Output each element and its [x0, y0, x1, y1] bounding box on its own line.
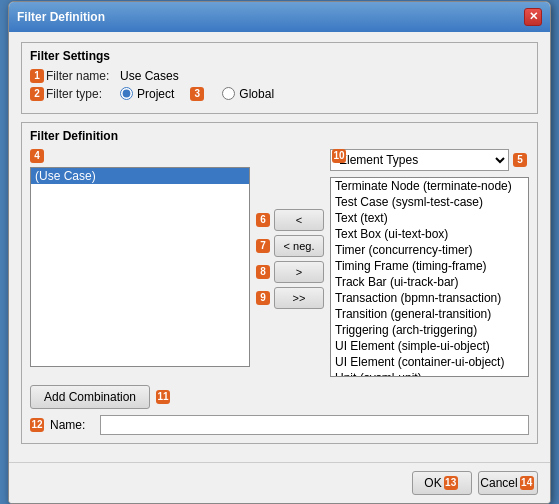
- right-double-button[interactable]: >>: [274, 287, 324, 309]
- left-list[interactable]: (Use Case): [30, 167, 250, 367]
- ok-button[interactable]: OK 13: [412, 471, 472, 495]
- window-title: Filter Definition: [17, 10, 105, 24]
- filter-name-row: 1 Filter name: Use Cases: [30, 69, 529, 83]
- left-list-container: 4 (Use Case): [30, 149, 250, 367]
- main-content: Filter Settings 1 Filter name: Use Cases…: [9, 32, 550, 462]
- badge-9: 9: [256, 291, 270, 305]
- right-single-button[interactable]: >: [274, 261, 324, 283]
- right-list-item-7[interactable]: Transaction (bpmn-transaction): [331, 290, 528, 306]
- right-list-item-2[interactable]: Text (text): [331, 210, 528, 226]
- left-neg-button[interactable]: < neg.: [274, 235, 324, 257]
- name-input[interactable]: [100, 415, 529, 435]
- badge-2: 2: [30, 87, 44, 101]
- close-button[interactable]: ✕: [524, 8, 542, 26]
- name-label: Name:: [50, 418, 100, 432]
- filter-definition-title: Filter Definition: [30, 129, 529, 143]
- cancel-label: Cancel: [480, 476, 517, 490]
- radio-project-label: Project: [137, 87, 174, 101]
- radio-project[interactable]: Project: [120, 87, 174, 101]
- add-combination-button[interactable]: Add Combination: [30, 385, 150, 409]
- add-combination-row: Add Combination 11: [30, 385, 529, 409]
- filter-settings-title: Filter Settings: [30, 49, 529, 63]
- right-list-item-8[interactable]: Transition (general-transition): [331, 306, 528, 322]
- right-list-item-0[interactable]: Terminate Node (terminate-node): [331, 178, 528, 194]
- middle-buttons: 6 < 7 < neg. 8 > 9 >>: [256, 149, 324, 309]
- filter-definition-group: Filter Definition 4 (Use Case) 6 <: [21, 122, 538, 444]
- badge-4: 4: [30, 149, 44, 163]
- element-types-dropdown[interactable]: Element Types: [330, 149, 509, 171]
- radio-global-label: Global: [239, 87, 274, 101]
- right-list-item-9[interactable]: Triggering (arch-triggering): [331, 322, 528, 338]
- right-list-item-12[interactable]: Unit (sysml-unit): [331, 370, 528, 377]
- badge-12: 12: [30, 418, 44, 432]
- ok-label: OK: [424, 476, 441, 490]
- footer: OK 13 Cancel 14: [9, 462, 550, 503]
- left-list-item-0[interactable]: (Use Case): [31, 168, 249, 184]
- right-list-item-3[interactable]: Text Box (ui-text-box): [331, 226, 528, 242]
- badge-1: 1: [30, 69, 44, 83]
- filter-name-label: Filter name:: [46, 69, 116, 83]
- badge-6: 6: [256, 213, 270, 227]
- radio-global[interactable]: Global: [222, 87, 274, 101]
- filter-type-row: 2 Filter type: Project 3 Global: [30, 87, 529, 101]
- right-list-item-10[interactable]: UI Element (simple-ui-object): [331, 338, 528, 354]
- filter-type-label: Filter type:: [46, 87, 116, 101]
- filter-name-value: Use Cases: [120, 69, 179, 83]
- right-list-item-5[interactable]: Timing Frame (timing-frame): [331, 258, 528, 274]
- filter-settings-group: Filter Settings 1 Filter name: Use Cases…: [21, 42, 538, 114]
- filter-type-radio-group: Project 3 Global: [120, 87, 274, 101]
- badge-11: 11: [156, 390, 170, 404]
- badge-8: 8: [256, 265, 270, 279]
- radio-global-input[interactable]: [222, 87, 235, 100]
- radio-project-input[interactable]: [120, 87, 133, 100]
- right-list-item-11[interactable]: UI Element (container-ui-object): [331, 354, 528, 370]
- filter-definition-window: Filter Definition ✕ Filter Settings 1 Fi…: [8, 1, 551, 504]
- right-list-item-1[interactable]: Test Case (sysml-test-case): [331, 194, 528, 210]
- right-list-item-4[interactable]: Timer (concurrency-timer): [331, 242, 528, 258]
- badge-5: 5: [513, 153, 527, 167]
- badge-10: 10: [332, 149, 346, 163]
- title-bar: Filter Definition ✕: [9, 2, 550, 32]
- name-row: 12 Name:: [30, 415, 529, 435]
- badge-13: 13: [444, 476, 458, 490]
- right-list-container: Element Types 5 Terminate Node (terminat…: [330, 149, 529, 377]
- left-single-button[interactable]: <: [274, 209, 324, 231]
- badge-3: 3: [190, 87, 204, 101]
- main-area: 4 (Use Case) 6 < 7 < neg.: [30, 149, 529, 377]
- right-list[interactable]: Terminate Node (terminate-node)Test Case…: [330, 177, 529, 377]
- dropdown-container: Element Types 5: [330, 149, 529, 171]
- right-list-item-6[interactable]: Track Bar (ui-track-bar): [331, 274, 528, 290]
- badge-7: 7: [256, 239, 270, 253]
- cancel-button[interactable]: Cancel 14: [478, 471, 538, 495]
- badge-14: 14: [520, 476, 534, 490]
